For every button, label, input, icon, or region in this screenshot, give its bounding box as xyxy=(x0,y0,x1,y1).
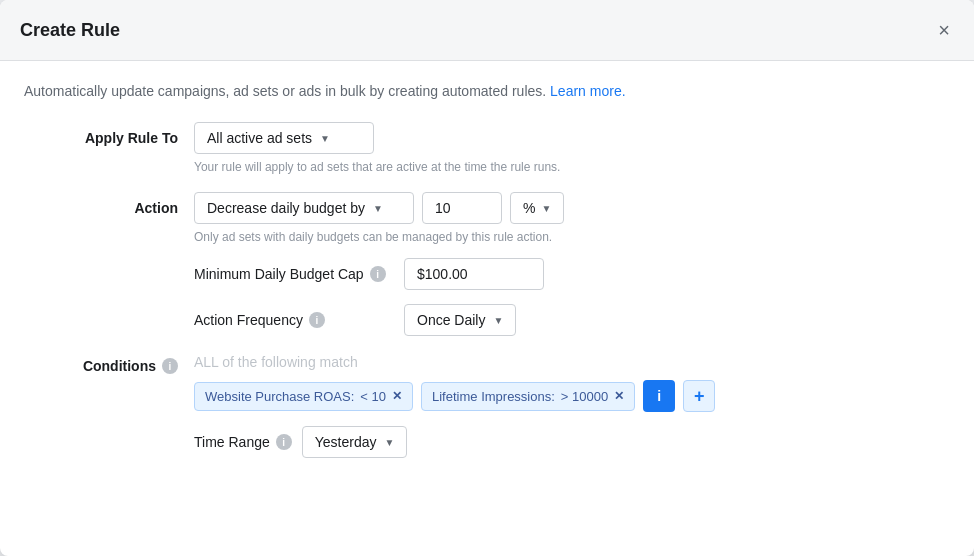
action-amount-input[interactable] xyxy=(422,192,502,224)
chevron-down-icon: ▼ xyxy=(541,203,551,214)
learn-more-link[interactable]: Learn more. xyxy=(550,83,625,99)
close-button[interactable]: × xyxy=(934,16,954,44)
condition-roas-remove[interactable]: ✕ xyxy=(392,389,402,403)
action-frequency-label: Action Frequency xyxy=(194,312,303,328)
condition-impressions-text: Lifetime Impressions: xyxy=(432,389,555,404)
condition-tag-impressions: Lifetime Impressions: > 10000 ✕ xyxy=(421,382,635,411)
conditions-info-button[interactable]: i xyxy=(643,380,675,412)
condition-impressions-remove[interactable]: ✕ xyxy=(614,389,624,403)
time-range-label: Time Range xyxy=(194,434,270,450)
apply-rule-row: Apply Rule To All active ad sets ▼ Your … xyxy=(24,122,950,174)
modal-body: Automatically update campaigns, ad sets … xyxy=(0,61,974,496)
conditions-info-icon[interactable]: i xyxy=(162,358,178,374)
chevron-down-icon: ▼ xyxy=(373,203,383,214)
modal-header: Create Rule × xyxy=(0,0,974,61)
condition-roas-text: Website Purchase ROAS: xyxy=(205,389,354,404)
time-range-info-icon[interactable]: i xyxy=(276,434,292,450)
action-label: Action xyxy=(24,192,194,216)
create-rule-modal: Create Rule × Automatically update campa… xyxy=(0,0,974,556)
conditions-content: ALL of the following match Website Purch… xyxy=(194,354,950,458)
action-dropdown[interactable]: Decrease daily budget by ▼ xyxy=(194,192,414,224)
modal-title: Create Rule xyxy=(20,20,120,41)
condition-tag-roas: Website Purchase ROAS: < 10 ✕ xyxy=(194,382,413,411)
min-budget-row: Minimum Daily Budget Cap i xyxy=(194,258,950,290)
apply-rule-content: All active ad sets ▼ Your rule will appl… xyxy=(194,122,950,174)
min-budget-label: Minimum Daily Budget Cap xyxy=(194,266,364,282)
action-hint: Only ad sets with daily budgets can be m… xyxy=(194,230,950,244)
condition-impressions-operator: > 10000 xyxy=(561,389,608,404)
conditions-add-button[interactable]: + xyxy=(683,380,715,412)
action-content: Decrease daily budget by ▼ % ▼ Only ad s… xyxy=(194,192,950,336)
chevron-down-icon: ▼ xyxy=(320,133,330,144)
conditions-row: Conditions i ALL of the following match … xyxy=(24,354,950,458)
condition-roas-operator: < 10 xyxy=(360,389,386,404)
time-range-dropdown[interactable]: Yesterday ▼ xyxy=(302,426,408,458)
apply-rule-label: Apply Rule To xyxy=(24,122,194,146)
min-budget-input[interactable] xyxy=(404,258,544,290)
action-frequency-row: Action Frequency i Once Daily ▼ xyxy=(194,304,950,336)
apply-rule-hint: Your rule will apply to ad sets that are… xyxy=(194,160,950,174)
action-frequency-dropdown[interactable]: Once Daily ▼ xyxy=(404,304,516,336)
action-unit-dropdown[interactable]: % ▼ xyxy=(510,192,564,224)
apply-rule-dropdown[interactable]: All active ad sets ▼ xyxy=(194,122,374,154)
action-frequency-info-icon[interactable]: i xyxy=(309,312,325,328)
action-row: Action Decrease daily budget by ▼ % ▼ On… xyxy=(24,192,950,336)
conditions-tags: Website Purchase ROAS: < 10 ✕ Lifetime I… xyxy=(194,380,950,412)
time-range-row: Time Range i Yesterday ▼ xyxy=(194,426,950,458)
chevron-down-icon: ▼ xyxy=(385,437,395,448)
chevron-down-icon: ▼ xyxy=(493,315,503,326)
conditions-label: Conditions xyxy=(83,358,156,374)
min-budget-info-icon[interactable]: i xyxy=(370,266,386,282)
description-text: Automatically update campaigns, ad sets … xyxy=(24,81,950,102)
conditions-title: ALL of the following match xyxy=(194,354,950,370)
